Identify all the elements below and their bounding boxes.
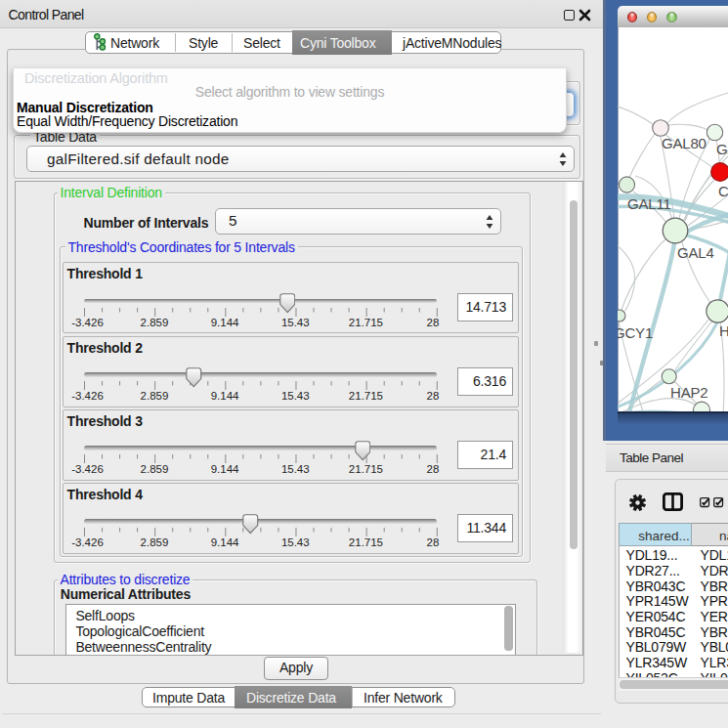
- svg-text:GCY1: GCY1: [618, 324, 653, 341]
- svg-text:GAL11: GAL11: [627, 195, 671, 212]
- svg-text:CD: CD: [718, 183, 728, 199]
- svg-text:GAL80: GAL80: [662, 135, 707, 151]
- svg-text:HA: HA: [719, 322, 728, 339]
- svg-text:HAP2: HAP2: [670, 384, 707, 401]
- svg-text:GAL4: GAL4: [677, 244, 714, 261]
- svg-text:GA: GA: [716, 141, 728, 157]
